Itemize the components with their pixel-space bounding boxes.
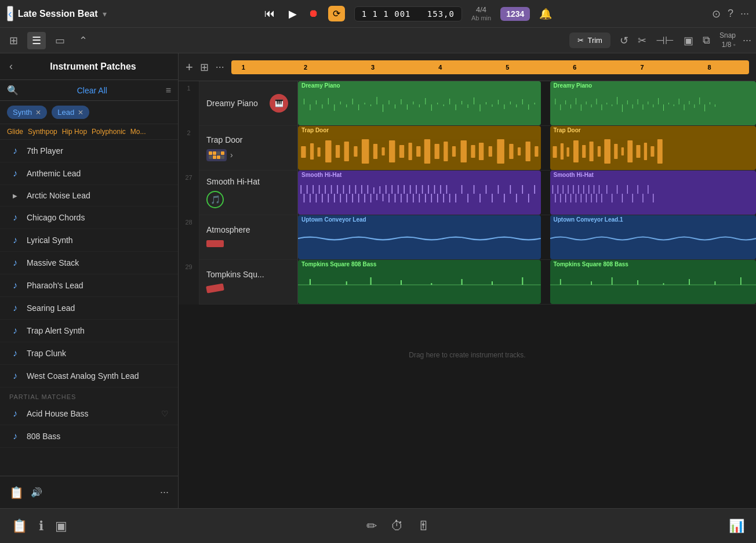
track-content-area[interactable]: Smooth Hi-Hat xyxy=(298,171,756,215)
snap-display: Snap 1/8 ◦ xyxy=(719,31,736,49)
rewind-button[interactable]: ⏮ xyxy=(262,5,277,22)
instrument-partial-item[interactable]: ♪ 808 Bass xyxy=(0,425,178,448)
filter-tags-row: Glide Synthpop Hip Hop Polyphonic Mo... xyxy=(0,124,178,140)
clip[interactable]: Smooth Hi-Hat xyxy=(550,171,757,215)
track-row: Smooth Hi-Hat 🎵 Smooth Hi-Hat xyxy=(199,171,756,215)
snap-value: 1/8 ◦ xyxy=(719,41,736,50)
back-button[interactable]: ‹ xyxy=(7,6,13,21)
position-text: 1 1 1 001 153,0 xyxy=(362,9,455,19)
instrument-item[interactable]: ♪ 7th Player xyxy=(0,140,178,162)
clip[interactable]: Dreamy Piano xyxy=(298,81,541,125)
bottom-metronome-button[interactable]: ⏱ xyxy=(391,519,404,534)
copy-track-button[interactable]: ⊞ xyxy=(200,61,209,74)
svg-rect-109 xyxy=(636,145,640,158)
grid-view-button[interactable]: ⊞ xyxy=(5,32,23,49)
svg-rect-87 xyxy=(444,142,448,161)
track-name: Smooth Hi-Hat xyxy=(206,177,290,186)
svg-rect-86 xyxy=(435,144,439,159)
loop-tool-button[interactable]: ↺ xyxy=(617,32,631,49)
play-button[interactable]: ▶ xyxy=(286,5,299,23)
trim-button[interactable]: ✂ Trim xyxy=(569,32,610,48)
heart-icon[interactable]: ♡ xyxy=(161,409,169,418)
clip[interactable]: Smooth Hi-Hat xyxy=(298,171,541,215)
bottom-left: 📋 ℹ ▣ xyxy=(12,519,67,534)
copy-tool-button[interactable]: ⧉ xyxy=(700,32,713,49)
metronome-button[interactable]: 🔔 xyxy=(539,8,552,20)
help-button[interactable]: ? xyxy=(728,8,733,20)
drag-hint-area: Drag here to create instrument tracks. xyxy=(179,305,756,406)
filter-icon-button[interactable]: ≡ xyxy=(166,85,171,96)
instrument-note-icon: ♪ xyxy=(9,146,21,156)
svg-rect-104 xyxy=(597,146,600,157)
clip[interactable]: Trap Door xyxy=(298,126,541,170)
instrument-item[interactable]: ♪ Lyrical Synth xyxy=(0,229,178,252)
waveform-svg xyxy=(550,179,757,208)
screen-view-button[interactable]: ▭ xyxy=(50,32,70,49)
clip[interactable]: Tompkins Square 808 Bass xyxy=(298,260,541,304)
track-more-button[interactable]: ··· xyxy=(216,61,224,73)
synth-tag-chip[interactable]: Synth ✕ xyxy=(7,106,47,119)
svg-rect-110 xyxy=(644,143,646,160)
bottom-info-button[interactable]: ℹ xyxy=(39,519,43,534)
bottom-patches-button[interactable]: 📋 xyxy=(12,519,27,534)
expand-button[interactable]: › xyxy=(230,150,233,160)
filter-tag-synthpop[interactable]: Synthpop xyxy=(28,128,57,136)
footer-more-button[interactable]: ··· xyxy=(160,486,169,498)
instrument-item[interactable]: ♪ Massive Stack xyxy=(0,252,178,274)
clip[interactable]: Tompkins Square 808 Bass xyxy=(550,260,757,304)
instrument-partial-item[interactable]: ♪ Acid House Bass ♡ xyxy=(0,403,178,425)
track-label-content: Dreamy Piano xyxy=(206,99,267,108)
cycle-button[interactable]: ⟳ xyxy=(328,6,345,21)
instrument-item[interactable]: ♪ Trap Alert Synth xyxy=(0,320,178,342)
footer-volume-button[interactable]: 🔊 xyxy=(31,487,42,498)
instrument-item[interactable]: ♪ Chicago Chords xyxy=(0,207,178,229)
lead-tag-remove[interactable]: ✕ xyxy=(78,108,83,117)
instrument-item[interactable]: ♪ Anthemic Lead xyxy=(0,162,178,185)
bottom-layout-button[interactable]: ▣ xyxy=(55,519,67,534)
region-tool-button[interactable]: ▣ xyxy=(681,32,696,49)
list-view-button[interactable]: ☰ xyxy=(27,32,46,49)
footer-doc-button[interactable]: 📋 xyxy=(9,486,24,499)
instrument-item[interactable]: ♪ West Coast Analog Synth Lead xyxy=(0,365,178,388)
share-button[interactable]: ⊙ xyxy=(712,8,721,20)
filter-tag-polyphonic[interactable]: Polyphonic xyxy=(92,128,126,136)
instrument-item[interactable]: ♪ Pharaoh's Lead xyxy=(0,274,178,297)
filter-tag-hiphop[interactable]: Hip Hop xyxy=(62,128,87,136)
bottom-pencil-button[interactable]: ✏ xyxy=(366,519,377,534)
clear-all-button[interactable]: Clear All xyxy=(23,86,161,95)
synth-tag-remove[interactable]: ✕ xyxy=(35,108,41,117)
filter-tag-more[interactable]: Mo... xyxy=(130,128,146,136)
track-content-area[interactable]: Dreamy Piano xyxy=(298,81,756,125)
clip[interactable]: Uptown Conveyor Lead xyxy=(298,215,541,259)
add-track-button[interactable]: + xyxy=(186,60,193,75)
clip[interactable]: Uptown Conveyor Lead.1 xyxy=(550,215,757,259)
svg-rect-108 xyxy=(627,140,633,162)
svg-rect-102 xyxy=(582,145,586,158)
filter-tag-glide[interactable]: Glide xyxy=(7,128,23,136)
track-number: 27 xyxy=(179,171,199,215)
clip[interactable]: Dreamy Piano xyxy=(550,81,757,125)
lead-tag-chip[interactable]: Lead ✕ xyxy=(52,106,89,119)
clip-label: Smooth Hi-Hat xyxy=(550,171,757,179)
track-content-area[interactable]: Uptown Conveyor Lead Uptown Conveyor Lea… xyxy=(298,215,756,259)
bottom-piano-button[interactable]: 📊 xyxy=(729,519,744,534)
sidebar-back-button[interactable]: ‹ xyxy=(9,60,13,73)
record-button[interactable]: ⏺ xyxy=(308,8,319,20)
instrument-item[interactable]: ♪ Trap Clunk xyxy=(0,342,178,365)
clip[interactable]: Trap Door xyxy=(550,126,757,170)
top-bar-left: ‹ Late Session Beat ▾ xyxy=(7,6,135,21)
split-tool-button[interactable]: ⊣⊢ xyxy=(653,32,677,49)
track-content-area[interactable]: Trap Door xyxy=(298,126,756,170)
scissors-tool-button[interactable]: ✂ xyxy=(635,32,649,49)
main-content: ‹ Instrument Patches 🔍 Clear All ≡ Synth… xyxy=(0,53,756,508)
instrument-item[interactable]: ♪ Searing Lead xyxy=(0,297,178,320)
top-more-button[interactable]: ··· xyxy=(740,8,749,20)
second-bar-more-button[interactable]: ··· xyxy=(743,34,751,46)
instrument-name: 7th Player xyxy=(27,146,63,155)
track-content-area[interactable]: Tompkins Square 808 Bass xyxy=(298,260,756,304)
instrument-item[interactable]: ▶ Arctic Noise Lead xyxy=(0,185,178,207)
tuner-button[interactable]: ⌃ xyxy=(74,32,92,49)
drum-grid-icon[interactable] xyxy=(206,149,227,161)
tracks-scroll[interactable]: 1 Dreamy Piano 🎹 xyxy=(179,81,756,508)
bottom-mixer-button[interactable]: 🎚 xyxy=(417,519,430,534)
